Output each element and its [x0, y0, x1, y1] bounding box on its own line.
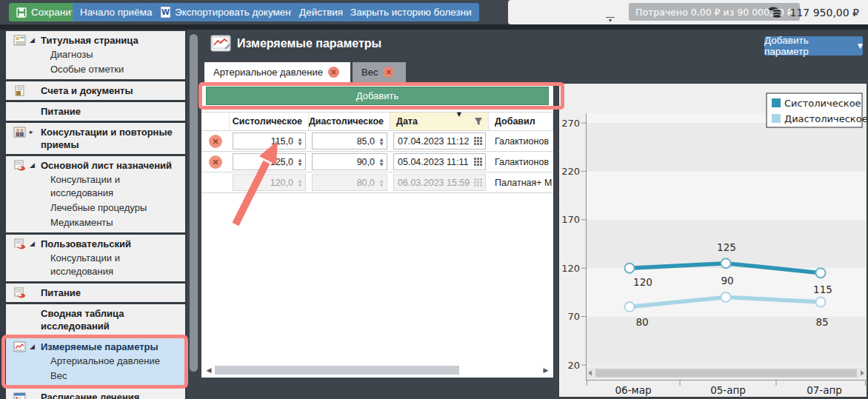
- close-tab-icon[interactable]: ✕: [328, 67, 339, 78]
- sidebar-item-custom[interactable]: ◢ Пользовательский: [6, 236, 185, 251]
- legend-label: Диастолическое: [784, 113, 867, 124]
- x-tick: 06-мар: [615, 384, 651, 396]
- sidebar-item-nutrition-1[interactable]: Питание: [6, 104, 185, 118]
- scroll-right-icon[interactable]: ▶: [541, 366, 550, 374]
- content-vertical-scrollbar[interactable]: [190, 33, 198, 378]
- tab-weight[interactable]: Вес ✕: [353, 62, 406, 82]
- add-measurement-button[interactable]: Добавить: [206, 87, 549, 105]
- header-systolic[interactable]: Систолическое: [230, 113, 309, 130]
- sidebar-item-special-marks[interactable]: Особые отметки: [6, 62, 185, 77]
- balance-display: 117 950,00 ₽: [767, 0, 859, 24]
- diastolic-input[interactable]: [313, 136, 376, 147]
- scrollbar-thumb[interactable]: [190, 34, 198, 372]
- spinner-control[interactable]: ▲▼: [376, 137, 387, 146]
- add-parameter-button[interactable]: Добавить параметр ▼: [764, 36, 863, 56]
- expander-expanded-icon[interactable]: ◢: [30, 238, 37, 250]
- spinner-control[interactable]: ▲▼: [295, 158, 305, 167]
- point-label: 90: [721, 275, 733, 286]
- balance-amount: 117 950,00 ₽: [789, 7, 859, 19]
- x-tick: 05-апр: [710, 384, 746, 396]
- pills-icon: [13, 238, 26, 249]
- sidebar-item-measured-params[interactable]: ◢ Измеряемые параметры: [6, 339, 185, 354]
- y-tick: 120: [561, 263, 580, 274]
- data-point[interactable]: [721, 258, 731, 268]
- systolic-input[interactable]: [233, 136, 295, 147]
- point-label: 115: [813, 284, 832, 295]
- measured-params-title-icon: [210, 35, 231, 52]
- toolbar-divider: [0, 24, 868, 30]
- date-input: [394, 178, 473, 188]
- point-label: 125: [717, 241, 736, 253]
- y-tick: 20: [567, 360, 580, 371]
- data-point[interactable]: [816, 298, 826, 307]
- sidebar-item-weight[interactable]: Вес: [6, 369, 185, 383]
- date-picker-icon[interactable]: [473, 136, 483, 146]
- spinner-control[interactable]: ▲▼: [295, 137, 305, 146]
- diastolic-input[interactable]: [313, 157, 376, 167]
- blood-pressure-chart: 270 220 170 120 70 20 120 125 115 80 90: [558, 83, 867, 398]
- expander-expanded-icon[interactable]: ◢: [30, 34, 37, 47]
- sidebar-item-procedures[interactable]: Лечебные процедуры: [6, 201, 185, 215]
- sidebar-item-title-page[interactable]: ◢ Титульная страница: [6, 33, 185, 47]
- sidebar-item-label: Питание: [41, 286, 81, 299]
- data-point[interactable]: [721, 292, 731, 302]
- sidebar-item-nutrition-2[interactable]: Питание: [6, 285, 185, 300]
- coins-icon: [767, 6, 784, 19]
- spinner-control[interactable]: ▲▼: [376, 158, 387, 167]
- sidebar-item-label: Основной лист назначений: [41, 159, 172, 172]
- point-label: 120: [633, 276, 652, 288]
- table-row: ✕ ▲▼ ▲▼ Галактионов: [201, 131, 553, 152]
- table-horizontal-scrollbar[interactable]: ◀ ▶: [204, 365, 550, 375]
- header-date[interactable]: Дата ▼: [390, 113, 489, 130]
- chart-horizontal-scrollbar[interactable]: [587, 368, 866, 378]
- y-tick: 170: [561, 214, 580, 225]
- sidebar-block-summary-table: Сводная таблица исследований: [6, 304, 185, 335]
- data-point[interactable]: [816, 268, 826, 278]
- toolbar-overflow-icon[interactable]: ▾: [606, 17, 615, 24]
- scrollbar-thumb[interactable]: [595, 369, 857, 378]
- data-point[interactable]: [625, 264, 635, 273]
- author-cell: Палатная+ М: [489, 172, 553, 192]
- expander-expanded-icon[interactable]: ◢: [30, 341, 37, 353]
- point-label: 85: [815, 316, 828, 328]
- sidebar-item-diagnoses[interactable]: Диагнозы: [6, 47, 185, 62]
- expander-expanded-icon[interactable]: ◢: [30, 159, 37, 172]
- data-point[interactable]: [625, 302, 635, 312]
- measurements-panel: Добавить Систолическое Диастолическое Да…: [201, 82, 553, 378]
- date-input[interactable]: [394, 157, 473, 167]
- delete-row-icon[interactable]: ✕: [209, 135, 222, 148]
- close-tab-icon[interactable]: ✕: [383, 67, 394, 78]
- diastolic-input: [313, 178, 376, 188]
- sidebar: ◢ Титульная страница Диагнозы Особые отм…: [0, 30, 187, 399]
- scroll-left-icon[interactable]: ◀: [204, 366, 213, 374]
- legend-swatch-systolic: [772, 98, 781, 107]
- sidebar-item-summary-table[interactable]: Сводная таблица исследований: [6, 306, 185, 333]
- filter-icon[interactable]: [474, 117, 483, 126]
- close-history-label: Закрыть историю болезни: [350, 7, 472, 18]
- sidebar-item-medicaments[interactable]: Медикаменты: [6, 215, 185, 230]
- top-toolbar: Сохранить Начало приёма ▼ W Экспортирова…: [0, 0, 868, 24]
- scrollbar-thumb[interactable]: [215, 366, 459, 375]
- header-diastolic[interactable]: Диастолическое: [309, 113, 390, 130]
- date-picker-icon[interactable]: [473, 157, 483, 167]
- expander-collapsed-icon[interactable]: ▸: [30, 126, 37, 138]
- tab-blood-pressure[interactable]: Артериальное давление ✕: [204, 62, 350, 82]
- close-history-button[interactable]: Закрыть историю болезни: [343, 3, 479, 21]
- table-header-row: Систолическое Диастолическое Дата ▼ Доба…: [201, 113, 553, 131]
- sidebar-item-consult-research-2[interactable]: Консультации и исследования: [6, 251, 185, 279]
- systolic-input[interactable]: [233, 157, 295, 167]
- table-row: ▲▼ ▲▼ Палатная+ М: [201, 172, 553, 193]
- delete-row-icon[interactable]: ✕: [209, 155, 222, 169]
- title-page-icon: [13, 35, 26, 46]
- sidebar-item-treatment-schedule[interactable]: Расписание лечения: [6, 389, 185, 399]
- sidebar-item-invoices[interactable]: Счета и документы: [6, 83, 185, 98]
- sidebar-item-consult-research[interactable]: Консультации и исследования: [6, 172, 185, 201]
- sidebar-item-consultations[interactable]: ▸ Консультации и повторные приемы: [6, 124, 185, 152]
- sidebar-item-main-prescriptions[interactable]: ◢ Основной лист назначений: [6, 158, 185, 172]
- sidebar-item-blood-pressure[interactable]: Артериальное давление: [6, 354, 185, 369]
- page-title: Измеряемые параметры: [237, 37, 381, 50]
- header-author[interactable]: Добавил: [489, 113, 553, 130]
- tab-label: Вес: [361, 67, 378, 78]
- date-input[interactable]: [394, 136, 473, 147]
- word-doc-icon: W: [161, 7, 170, 18]
